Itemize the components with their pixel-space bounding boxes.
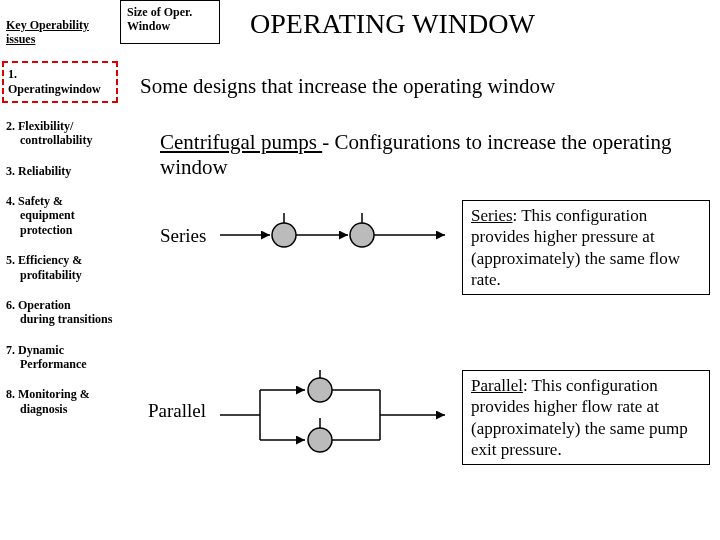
pump-heading-underline: Centrifugal pumps: [160, 130, 322, 154]
sidebar-item-6[interactable]: 6. Operationduring transitions: [6, 298, 116, 327]
sidebar-item-8[interactable]: 8. Monitoring &diagnosis: [6, 387, 116, 416]
series-desc-underline: Series: [471, 206, 513, 225]
page-title: OPERATING WINDOW: [250, 8, 535, 40]
sidebar-item-7[interactable]: 7. DynamicPerformance: [6, 343, 116, 372]
parallel-description: Parallel: This configuration provides hi…: [462, 370, 710, 465]
parallel-label: Parallel: [148, 400, 206, 422]
sidebar-item-2[interactable]: 2. Flexibility/controllability: [6, 119, 116, 148]
svg-point-4: [350, 223, 374, 247]
sidebar-item-1[interactable]: 1. Operatingwindow: [2, 61, 118, 103]
subtitle: Some designs that increase the operating…: [140, 74, 700, 99]
sidebar-item-5[interactable]: 5. Efficiency &profitability: [6, 253, 116, 282]
svg-point-11: [308, 378, 332, 402]
svg-point-13: [308, 428, 332, 452]
series-label: Series: [160, 225, 206, 247]
series-diagram: [220, 210, 450, 260]
parallel-desc-underline: Parallel: [471, 376, 523, 395]
series-description: Series: This configuration provides high…: [462, 200, 710, 295]
size-of-window-box: Size of Oper. Window: [120, 0, 220, 44]
pump-heading: Centrifugal pumps - Configurations to in…: [160, 130, 680, 180]
sidebar-item-4[interactable]: 4. Safety &equipment protection: [6, 194, 116, 237]
sidebar-title: Key Operability issues: [6, 18, 116, 47]
sidebar: Key Operability issues 1. Operatingwindo…: [0, 0, 120, 540]
parallel-diagram: [220, 370, 450, 460]
sidebar-item-3[interactable]: 3. Reliability: [6, 164, 116, 178]
svg-point-1: [272, 223, 296, 247]
